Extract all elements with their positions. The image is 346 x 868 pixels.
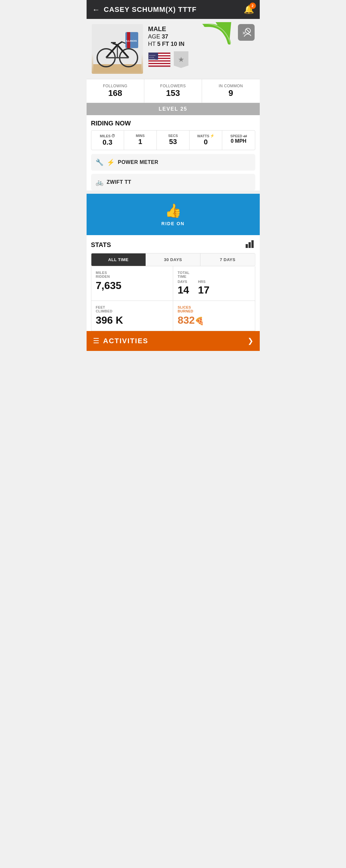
watts-label: WATTS ⚡: [191, 134, 220, 138]
bike-icon: 🚲: [96, 178, 103, 186]
chevron-right-icon: ❯: [248, 337, 253, 345]
watts-value: 0: [191, 138, 220, 146]
stats-header: STATS: [91, 240, 255, 250]
flag-canton: ★★★★★ ★★★★ ★★★★★: [149, 53, 158, 60]
miles-ridden-cell: MILESRIDDEN 7,635: [91, 266, 174, 301]
wrench-icon: 🔧: [96, 158, 103, 166]
hrs-item: HRS 17: [198, 280, 210, 296]
header: ← CASEY SCHUMM(X) TTTF 🔔 2: [87, 0, 260, 19]
in-common-label: IN COMMON: [205, 84, 257, 88]
profile-section: ILLINOIS MALE AGE 37 HT 5 FT 10 IN ★★★★★…: [87, 19, 260, 79]
svg-rect-25: [251, 240, 254, 248]
level-banner: LEVEL 25: [87, 103, 260, 115]
lightning-icon: ⚡: [107, 158, 115, 166]
in-common-stat[interactable]: IN COMMON 9: [202, 79, 259, 103]
mins-stat: MINS 1: [124, 130, 157, 150]
followers-count: 153: [147, 88, 199, 98]
miles-value: 0.3: [93, 138, 122, 147]
mins-label: MINS: [126, 134, 155, 137]
profile-photo-img: ILLINOIS: [92, 24, 143, 74]
speed-stat: SPEED 🏎 0 MPH: [222, 130, 255, 150]
notification-badge: 2: [250, 3, 256, 9]
slices-burned-value: 832🍕: [178, 314, 250, 326]
following-stat[interactable]: FOLLOWING 168: [87, 79, 144, 103]
slices-burned-label: SLICESBURNED: [178, 305, 250, 313]
star-icon: ★: [178, 56, 184, 64]
stats-tabs: ALL TIME 30 DAYS 7 DAYS: [91, 253, 255, 266]
activities-label: ACTIVITIES: [103, 337, 149, 345]
stats-row-2: FEETCLIMBED 396 K SLICESBURNED 832🍕: [91, 301, 255, 331]
speed-value: 0 MPH: [224, 138, 253, 144]
miles-label: MILES ⏱: [93, 134, 122, 138]
header-left: ← CASEY SCHUMM(X) TTTF: [92, 5, 197, 14]
pizza-icon: 🍕: [195, 317, 204, 325]
secs-label: SECS: [159, 134, 187, 137]
power-meter-label: POWER METER: [118, 159, 158, 165]
power-meter-row: 🔧 ⚡ POWER METER: [91, 154, 255, 170]
bike-row: 🚲 ZWIFT TT: [91, 174, 255, 190]
tab-30-days[interactable]: 30 DAYS: [146, 253, 200, 266]
miles-ridden-value: 7,635: [96, 280, 169, 291]
in-common-count: 9: [205, 88, 257, 98]
hrs-value: 17: [198, 284, 210, 296]
feet-climbed-label: FEETCLIMBED: [96, 305, 169, 313]
ride-on-button[interactable]: 👍 RIDE ON: [87, 194, 260, 235]
feet-climbed-cell: FEETCLIMBED 396 K: [91, 301, 174, 331]
secs-value: 53: [159, 137, 187, 146]
following-label: FOLLOWING: [89, 84, 141, 88]
notification-button[interactable]: 🔔 2: [244, 4, 254, 14]
miles-stat: MILES ⏱ 0.3: [91, 130, 124, 150]
stats-section: STATS ALL TIME 30 DAYS 7 DAYS MILESRIDDE…: [87, 235, 260, 331]
hrs-label: HRS: [198, 280, 210, 284]
remove-friend-button[interactable]: ✕: [238, 24, 255, 41]
riding-now-title: RIDING NOW: [91, 120, 255, 127]
total-time-label: TOTALTIME: [178, 271, 250, 278]
svg-text:★★★★★: ★★★★★: [149, 58, 156, 60]
activities-left: ☰ ACTIVITIES: [93, 337, 149, 345]
time-values: DAYS 14 HRS 17: [178, 280, 250, 296]
svg-rect-23: [246, 244, 248, 248]
social-stats-bar: FOLLOWING 168 FOLLOWERS 153 IN COMMON 9: [87, 79, 260, 103]
favorite-badge[interactable]: ★: [174, 51, 189, 68]
thumbs-up-icon: 👍: [165, 203, 182, 218]
stats-grid: MILESRIDDEN 7,635 TOTALTIME DAYS 14 HRS …: [91, 266, 255, 331]
profile-photo: ILLINOIS: [92, 24, 143, 74]
watts-stat: WATTS ⚡ 0: [190, 130, 222, 150]
feet-climbed-value: 396 K: [96, 314, 169, 326]
green-arrow-container: [199, 22, 237, 51]
back-button[interactable]: ←: [92, 5, 100, 14]
mins-value: 1: [126, 137, 155, 146]
remove-friend-icon: ✕: [242, 28, 251, 37]
bike-label: ZWIFT TT: [107, 179, 131, 185]
tab-all-time[interactable]: ALL TIME: [91, 253, 146, 266]
tab-7-days[interactable]: 7 DAYS: [200, 253, 255, 266]
activities-footer[interactable]: ☰ ACTIVITIES ❯: [87, 331, 260, 351]
speed-label: SPEED 🏎: [224, 134, 253, 138]
svg-text:ILLINOIS: ILLINOIS: [126, 39, 137, 42]
ride-on-label: RIDE ON: [161, 221, 184, 226]
svg-text:★★★★★: ★★★★★: [149, 55, 156, 56]
profile-flags: ★★★★★ ★★★★ ★★★★★ ★: [148, 51, 255, 68]
days-value: 14: [178, 284, 189, 296]
days-label: DAYS: [178, 280, 189, 284]
bar-chart-icon: [246, 240, 255, 250]
svg-text:★★★★: ★★★★: [149, 57, 154, 58]
riding-now-section: RIDING NOW MILES ⏱ 0.3 MINS 1 SECS 53 WA…: [87, 115, 260, 190]
days-item: DAYS 14: [178, 280, 189, 296]
followers-label: FOLLOWERS: [147, 84, 199, 88]
menu-icon: ☰: [93, 337, 99, 345]
miles-ridden-label: MILESRIDDEN: [96, 271, 169, 278]
svg-line-22: [246, 29, 250, 33]
stats-title: STATS: [91, 241, 111, 249]
riding-stats-row: MILES ⏱ 0.3 MINS 1 SECS 53 WATTS ⚡ 0 SPE…: [91, 130, 255, 150]
svg-rect-24: [249, 242, 251, 248]
followers-stat[interactable]: FOLLOWERS 153: [144, 79, 202, 103]
following-count: 168: [89, 88, 141, 98]
total-time-cell: TOTALTIME DAYS 14 HRS 17: [173, 266, 255, 301]
flag-us: ★★★★★ ★★★★ ★★★★★: [148, 52, 170, 67]
page-title: CASEY SCHUMM(X) TTTF: [104, 5, 197, 14]
secs-stat: SECS 53: [157, 130, 190, 150]
stats-row-1: MILESRIDDEN 7,635 TOTALTIME DAYS 14 HRS …: [91, 266, 255, 301]
slices-burned-cell: SLICESBURNED 832🍕: [173, 301, 255, 331]
